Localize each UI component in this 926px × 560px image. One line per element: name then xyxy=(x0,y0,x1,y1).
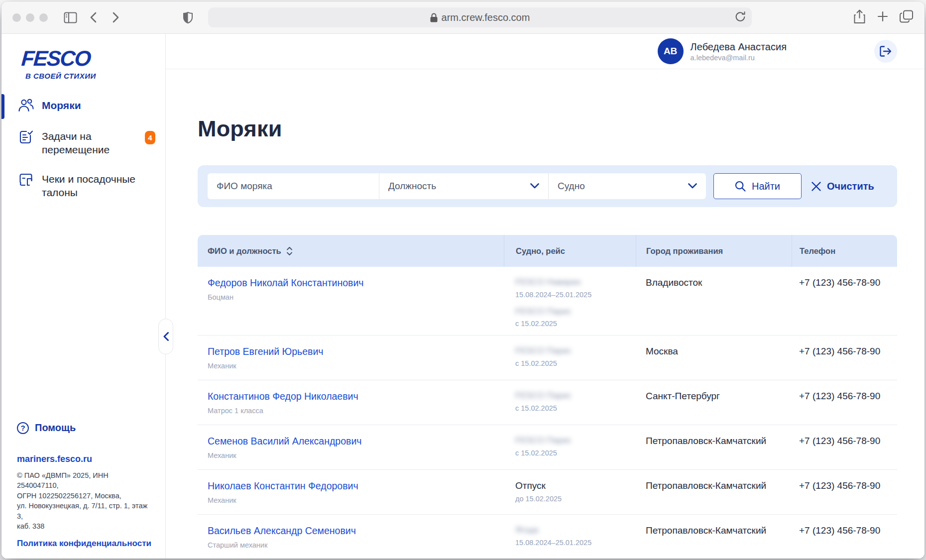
sidebar-item-label: Задачи на перемещение xyxy=(42,130,137,157)
seafarer-name-link[interactable]: Петров Евгений Юрьевич xyxy=(208,346,323,357)
vessel-cell: Отпускдо 15.02.2025 xyxy=(504,470,636,514)
chevron-down-icon xyxy=(530,182,539,191)
voyage-period: с 15.02.2025 xyxy=(515,359,631,367)
voyage-period: с 15.02.2025 xyxy=(515,449,631,457)
sidebar-footer: ? Помощь mariners.fesco.ru © ПАО «ДВМП» … xyxy=(1,422,165,559)
minimize-window-button[interactable] xyxy=(26,13,34,22)
privacy-shield-icon[interactable] xyxy=(179,9,196,26)
user-email: a.lebedeva@mail.ru xyxy=(691,54,787,62)
sidebar-collapse-button[interactable] xyxy=(158,319,173,354)
seafarer-name-link[interactable]: Семенов Василий Александрович xyxy=(208,436,361,447)
city-cell: Петропавловск-Камчатский xyxy=(636,470,792,514)
sidebar: FESCO В СВОЕЙ СТИХИИ Моряки xyxy=(1,34,166,559)
table-header: ФИО и должность Судно, рейс Город прожив… xyxy=(198,235,897,267)
sidebar-item-receipts[interactable]: Чеки и посадочные талоны xyxy=(1,165,165,208)
position-select-label: Должность xyxy=(388,181,436,192)
vessel-name-blurred: FESCO Парис xyxy=(515,307,631,317)
tasks-count-badge: 4 xyxy=(145,131,155,144)
search-icon xyxy=(735,181,746,192)
fesco-logo: FESCO В СВОЕЙ СТИХИИ xyxy=(1,34,165,80)
search-button-label: Найти xyxy=(752,181,780,192)
column-header-vessel: Судно, рейс xyxy=(504,235,636,267)
close-icon xyxy=(811,182,821,191)
url-text: arm.crew.fesco.com xyxy=(442,12,530,23)
forward-button[interactable] xyxy=(108,9,124,26)
table-row: Петров Евгений Юрьевич Механик FESCO Пар… xyxy=(198,336,897,380)
table-row: Федоров Николай Константинович Боцман FE… xyxy=(198,267,897,336)
share-icon[interactable] xyxy=(853,9,866,26)
city-cell: Петропавловск-Камчатский xyxy=(636,425,792,469)
seafarer-position: Механик xyxy=(208,451,499,459)
vessel-name-blurred: Ягода xyxy=(515,525,631,535)
phone-cell: +7 (123) 456-78-90 xyxy=(792,425,897,469)
seafarer-name-link[interactable]: Федоров Николай Константинович xyxy=(208,277,364,289)
seafarer-name-link[interactable]: Константинов Федор Николаевич xyxy=(208,391,358,402)
seafarer-name-link[interactable]: Васильев Александр Семенович xyxy=(208,525,356,537)
tab-overview-icon[interactable] xyxy=(900,10,914,25)
position-select[interactable]: Должность xyxy=(379,173,549,199)
filter-bar: Должность Судно xyxy=(198,165,897,207)
sidebar-item-transfer-tasks[interactable]: Задачи на перемещение 4 xyxy=(1,122,165,165)
search-button[interactable]: Найти xyxy=(713,173,802,199)
user-info[interactable]: АВ Лебедева Анастасия a.lebedeva@mail.ru xyxy=(658,38,787,64)
window-controls[interactable] xyxy=(12,13,48,22)
fesco-tagline: В СВОЕЙ СТИХИИ xyxy=(25,72,165,80)
chevron-left-icon xyxy=(163,332,169,341)
voyage-period: с 15.02.2025 xyxy=(515,320,631,328)
vessel-cell: FESCO Наварин15.08.2024–25.01.2025FESCO … xyxy=(504,267,636,335)
seafarer-position: Механик xyxy=(208,496,499,504)
vessel-cell: FESCO Парисс 15.02.2025 xyxy=(504,425,636,469)
sidebar-item-label: Чеки и посадочные талоны xyxy=(42,173,141,200)
vessel-select[interactable]: Судно xyxy=(549,173,706,199)
city-cell: Москва xyxy=(636,336,792,380)
voyage-period: с 15.02.2025 xyxy=(515,404,631,412)
table-row: Васильев Александр Семенович Старший мех… xyxy=(198,515,897,559)
table-row: Константинов Федор Николаевич Матрос 1 к… xyxy=(198,380,897,425)
table-body: Федоров Николай Константинович Боцман FE… xyxy=(198,267,897,559)
table-row: Николаев Константин Федорович Механик От… xyxy=(198,470,897,515)
phone-cell: +7 (123) 456-78-90 xyxy=(792,267,897,335)
city-cell: Санкт-Петербург xyxy=(636,380,792,425)
close-window-button[interactable] xyxy=(12,13,21,22)
help-question-icon: ? xyxy=(17,422,29,434)
reload-icon[interactable] xyxy=(734,11,747,25)
vessel-status: Отпуск xyxy=(515,480,631,491)
logout-icon xyxy=(880,46,892,57)
page-title: Моряки xyxy=(198,116,897,142)
table-row: Семенов Василий Александрович Механик FE… xyxy=(198,425,897,470)
seafarer-position: Старший механик xyxy=(208,541,499,549)
seafarer-name-link[interactable]: Николаев Константин Федорович xyxy=(208,480,358,492)
avatar: АВ xyxy=(658,38,684,64)
back-button[interactable] xyxy=(85,9,102,26)
receipts-ticket-icon xyxy=(18,172,34,190)
tasks-clipboard-icon xyxy=(18,129,34,147)
logout-button[interactable] xyxy=(874,40,897,63)
help-label: Помощь xyxy=(35,422,76,434)
new-tab-icon[interactable] xyxy=(877,10,889,24)
fesco-wordmark: FESCO xyxy=(20,48,166,69)
browser-toolbar: arm.crew.fesco.com xyxy=(1,1,925,34)
sidebar-item-seafarers[interactable]: Моряки xyxy=(1,91,165,122)
address-bar[interactable]: arm.crew.fesco.com xyxy=(208,7,752,27)
seafarer-name-input[interactable] xyxy=(217,181,370,192)
lock-icon xyxy=(430,13,438,22)
city-cell: Петропавловск-Камчатский xyxy=(636,515,792,559)
privacy-policy-link[interactable]: Политика конфиденциальности xyxy=(17,539,151,549)
seafarers-people-icon xyxy=(18,98,34,114)
sidebar-item-label: Моряки xyxy=(42,99,81,112)
column-header-phone: Телефон xyxy=(792,235,897,267)
vessel-cell: FESCO Парисс 15.02.2025 xyxy=(504,336,636,380)
sort-icon[interactable] xyxy=(286,246,293,256)
help-link[interactable]: ? Помощь xyxy=(17,422,151,434)
vessel-name-blurred: FESCO Наварин xyxy=(515,277,631,287)
mariners-site-link[interactable]: mariners.fesco.ru xyxy=(17,454,151,464)
column-header-city: Город проживания xyxy=(636,235,792,267)
vessel-select-label: Судно xyxy=(558,181,585,192)
clear-button[interactable]: Очистить xyxy=(811,181,874,192)
seafarer-position: Матрос 1 класса xyxy=(208,407,499,415)
browser-window: arm.crew.fesco.com FESCO В СВОЕЙ СТИХИИ xyxy=(1,1,925,559)
column-header-name[interactable]: ФИО и должность xyxy=(198,235,504,267)
sidebar-toggle-icon[interactable] xyxy=(62,9,79,26)
phone-cell: +7 (123) 456-78-90 xyxy=(792,336,897,380)
zoom-window-button[interactable] xyxy=(39,13,48,22)
